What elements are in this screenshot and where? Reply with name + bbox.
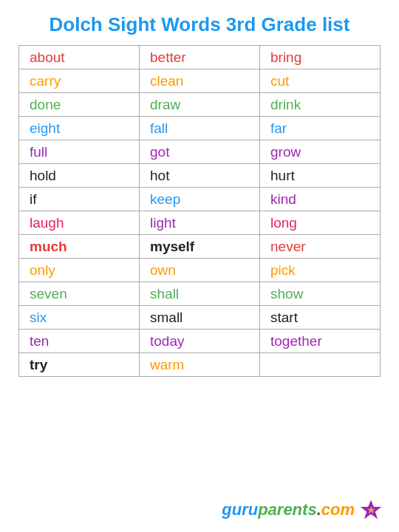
word-cell: grow — [260, 140, 381, 164]
footer-parents: parents — [258, 500, 316, 519]
footer-text: guruparents.com — [222, 500, 355, 519]
word-cell: kind — [260, 188, 381, 211]
word-cell: much — [19, 235, 140, 259]
word-cell: own — [140, 259, 260, 282]
word-cell: better — [140, 46, 260, 69]
word-cell: eight — [19, 117, 140, 140]
footer: guruparents.com — [0, 489, 399, 532]
word-cell: ten — [19, 330, 140, 353]
word-cell: laugh — [19, 211, 140, 235]
word-cell: try — [19, 353, 140, 377]
word-cell: drink — [260, 93, 381, 117]
word-cell: pick — [260, 259, 381, 282]
word-table: aboutbetterbringcarrycleancutdonedrawdri… — [18, 45, 381, 377]
word-cell: got — [140, 140, 260, 164]
word-cell: never — [260, 235, 381, 259]
word-cell: hurt — [260, 164, 381, 188]
word-cell: if — [19, 188, 140, 211]
word-cell: draw — [140, 93, 260, 117]
word-cell: bring — [260, 46, 381, 69]
footer-guru: guru — [222, 500, 258, 519]
word-cell: long — [260, 211, 381, 235]
word-cell: hot — [140, 164, 260, 188]
word-cell — [260, 353, 381, 377]
word-cell: far — [260, 117, 381, 140]
star-icon — [358, 497, 384, 523]
word-cell: keep — [140, 188, 260, 211]
word-cell: only — [19, 259, 140, 282]
word-cell: light — [140, 211, 260, 235]
word-cell: carry — [19, 69, 140, 93]
word-cell: today — [140, 330, 260, 353]
word-cell: shall — [140, 282, 260, 306]
word-cell: show — [260, 282, 381, 306]
word-cell: full — [19, 140, 140, 164]
word-cell: start — [260, 306, 381, 330]
word-cell: about — [19, 46, 140, 69]
word-cell: small — [140, 306, 260, 330]
word-cell: fall — [140, 117, 260, 140]
page-title: Dolch Sight Words 3rd Grade list — [35, 0, 365, 45]
word-cell: seven — [19, 282, 140, 306]
word-cell: clean — [140, 69, 260, 93]
word-cell: myself — [140, 235, 260, 259]
footer-com: com — [321, 500, 355, 519]
word-cell: warm — [140, 353, 260, 377]
word-cell: together — [260, 330, 381, 353]
word-cell: six — [19, 306, 140, 330]
word-cell: hold — [19, 164, 140, 188]
word-cell: cut — [260, 69, 381, 93]
word-cell: done — [19, 93, 140, 117]
